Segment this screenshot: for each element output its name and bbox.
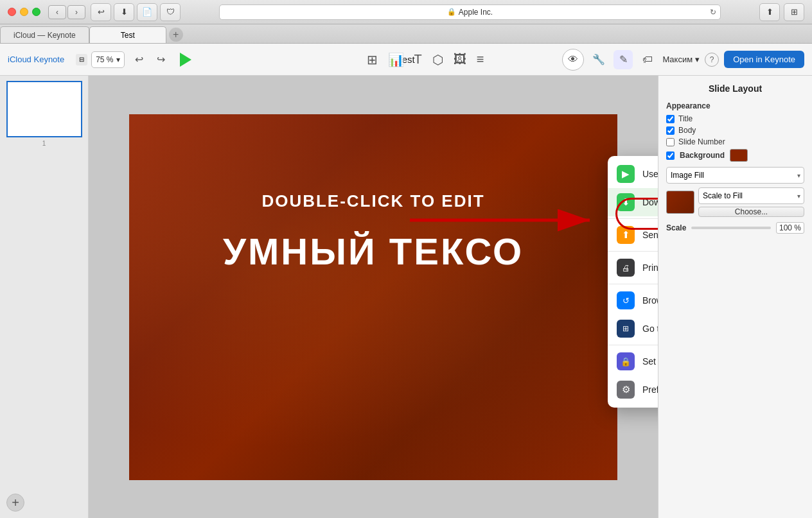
menu-label-my-presentations: Go to My Presentations (642, 324, 658, 334)
user-menu[interactable]: Максим ▾ (662, 55, 700, 64)
minimize-button[interactable] (20, 8, 28, 16)
slide-number-label: Slide Number (678, 137, 725, 146)
menu-item-preferences[interactable]: ⚙ Preferences... (608, 376, 658, 404)
image-fill-select[interactable]: Image Fill Color Fill Gradient Fill (666, 167, 804, 184)
scale-row: Scale 100 % (666, 222, 804, 234)
browser-back2[interactable]: ↩ (91, 3, 111, 21)
browser-reader[interactable]: 📄 (137, 3, 157, 21)
media-icon[interactable]: 🖼 (454, 52, 466, 67)
zoom-value: 75 % (96, 55, 113, 64)
slide-background (129, 114, 617, 480)
menu-divider-3 (608, 284, 658, 284)
scale-to-fill-select[interactable]: Scale to Fill Fit Stretch (698, 187, 804, 204)
browse-versions-icon: ↺ (617, 291, 635, 309)
add-slide-button[interactable]: + (6, 494, 24, 512)
menu-item-set-password[interactable]: 🔒 Set Password... (608, 347, 658, 376)
chart-icon[interactable]: 📊 (388, 52, 404, 67)
menu-label-print: Print (642, 263, 658, 273)
help-button[interactable]: ? (705, 53, 719, 67)
slide-text-top[interactable]: DOUBLE-CLICK TO EDIT (129, 191, 617, 211)
play-button[interactable] (176, 50, 195, 69)
menu-item-print[interactable]: 🖨 Print (608, 254, 658, 282)
annotation-button[interactable]: ✎ (613, 50, 633, 69)
app-toolbar: iCloud Keynote ⊟ 75 % ▾ ↩ ↪ Test ⊞ 📊 T ⬡… (0, 44, 812, 76)
menu-divider-1 (608, 218, 658, 219)
title-checkbox-row: Title (666, 114, 804, 123)
menu-label-send-copy: Send a Copy... (642, 230, 658, 240)
browser-fwd[interactable]: ⬇ (114, 3, 134, 21)
icloud-brand: iCloud Keynote (8, 55, 64, 64)
slide-number-label: 1 (42, 140, 46, 147)
sidebar-toggle[interactable]: ⊟ (76, 54, 87, 65)
zoom-control[interactable]: 75 % ▾ (91, 51, 124, 68)
set-password-icon: 🔒 (617, 352, 635, 370)
slide-number-checkbox-row: Slide Number (666, 137, 804, 146)
slide-thumb-content (8, 82, 81, 136)
slide-thumbnail-1[interactable] (6, 81, 82, 137)
image-fill-dropdown-wrapper: Image Fill Color Fill Gradient Fill (666, 167, 804, 184)
panel-title: Slide Layout (666, 83, 804, 94)
tab-icloud-keynote[interactable]: iCloud — Keynote (0, 26, 89, 43)
redo-button[interactable]: ↪ (152, 50, 171, 69)
menu-item-send-copy[interactable]: ⬆ Send a Copy... (608, 221, 658, 249)
title-label: Title (678, 114, 693, 123)
back-button[interactable]: ‹ (48, 5, 66, 19)
traffic-lights (0, 8, 40, 16)
image-fill-thumbnail (666, 191, 694, 214)
slide-text-bottom[interactable]: УМНЫЙ ТЕКСО (129, 230, 617, 273)
use-keynote-live-icon: ▶ (617, 165, 635, 183)
lock-icon: 🔒 (447, 8, 456, 16)
background-checkbox[interactable] (666, 151, 675, 160)
highlighter-button[interactable]: 🏷 (638, 50, 657, 69)
menu-label-download-copy: Download a Copy... (642, 197, 658, 207)
image-fill-row: Scale to Fill Fit Stretch Choose... (666, 187, 804, 217)
preferences-icon: ⚙ (617, 381, 635, 399)
zoom-arrow-icon: ▾ (116, 55, 120, 64)
scale-to-fill-dropdown-wrapper: Scale to Fill Fit Stretch (698, 187, 804, 204)
shape-icon[interactable]: ⬡ (432, 52, 443, 67)
play-triangle-icon (180, 53, 191, 67)
body-checkbox[interactable] (666, 126, 675, 135)
menu-item-download-copy[interactable]: ⬇ Download a Copy... (608, 188, 658, 216)
tab1-label: iCloud — Keynote (13, 31, 76, 40)
download-copy-icon: ⬇ (617, 193, 635, 211)
reload-button[interactable]: ↻ (710, 8, 716, 17)
body-checkbox-row: Body (666, 126, 804, 135)
menu-divider-2 (608, 251, 658, 252)
background-color-swatch[interactable] (730, 149, 748, 162)
print-icon: 🖨 (617, 259, 635, 277)
new-tab-button[interactable]: ⊞ (784, 3, 804, 21)
menu-item-my-presentations[interactable]: ⊞ Go to My Presentations (608, 315, 658, 343)
title-checkbox[interactable] (666, 115, 675, 123)
open-in-keynote-button[interactable]: Open in Keynote (724, 51, 804, 68)
address-bar[interactable]: 🔒 Apple Inc. ↻ (219, 4, 721, 20)
settings-button[interactable]: 🔧 (589, 50, 608, 69)
menu-item-use-keynote-live[interactable]: ▶ Use Keynote Live (608, 160, 658, 188)
close-button[interactable] (8, 8, 16, 16)
new-tab-add-button[interactable]: + (169, 28, 183, 42)
slide-panel: 1 + (0, 76, 89, 518)
scale-slider[interactable] (691, 227, 771, 229)
user-name: Максим (662, 55, 693, 64)
menu-item-browse-versions[interactable]: ↺ Browse All Versions... (608, 286, 658, 315)
choose-button[interactable]: Choose... (698, 207, 804, 217)
tab-test[interactable]: Test (89, 26, 166, 43)
send-copy-icon: ⬆ (617, 226, 635, 244)
comment-icon[interactable]: ≡ (477, 52, 484, 67)
table-icon[interactable]: ⊞ (367, 52, 378, 67)
canvas-area[interactable]: DOUBLE-CLICK TO EDIT УМНЫЙ ТЕКСО ▶ Use K… (89, 76, 658, 518)
slide-number-checkbox[interactable] (666, 138, 675, 146)
text-icon[interactable]: T (414, 52, 422, 67)
browser-security[interactable]: 🛡 (160, 3, 181, 21)
slide-canvas: DOUBLE-CLICK TO EDIT УМНЫЙ ТЕКСО (129, 114, 617, 480)
undo-button[interactable]: ↩ (130, 50, 149, 69)
nav-buttons: ‹ › (48, 5, 85, 19)
menu-label-use-keynote-live: Use Keynote Live (642, 169, 658, 179)
share-button[interactable]: ⬆ (759, 3, 780, 21)
title-bar: ‹ › ↩ ⬇ 📄 🛡 🔒 Apple Inc. ↻ ⬆ ⊞ (0, 0, 812, 24)
browser-toolbar-icons: ↩ ⬇ 📄 🛡 (91, 3, 181, 21)
fullscreen-button[interactable] (32, 8, 40, 16)
accessibility-button[interactable]: 👁 (562, 49, 584, 71)
undo-redo-group: ↩ ↪ (130, 50, 171, 69)
forward-button[interactable]: › (67, 5, 85, 19)
